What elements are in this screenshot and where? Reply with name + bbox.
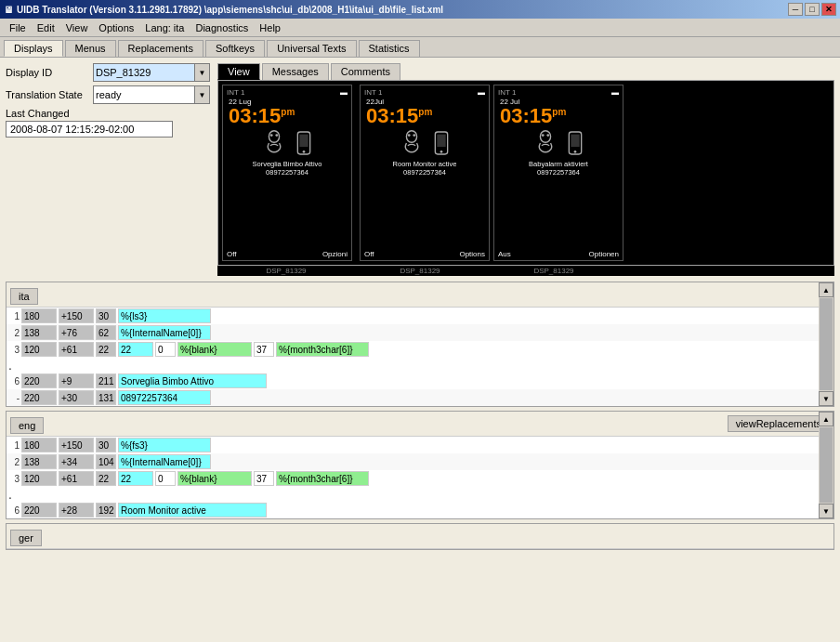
display-id-arrow[interactable]: ▼ [195, 63, 210, 82]
phone-deu-time: 03:15pm [496, 106, 621, 126]
maximize-button[interactable]: □ [805, 3, 820, 16]
phone-ita-text2: 08972257364 [225, 168, 349, 177]
ita-scrollbar[interactable]: ▲ ▼ [819, 282, 833, 406]
menu-edit[interactable]: Edit [32, 20, 60, 35]
ita-row-2: 2 138 +76 62 %{InternalName[0]} [7, 324, 819, 341]
eng-scroll-down[interactable]: ▼ [819, 504, 833, 518]
menu-view[interactable]: View [60, 20, 94, 35]
svg-point-0 [269, 131, 279, 143]
tab-universal-texts[interactable]: Universal Texts [267, 40, 356, 57]
menu-file[interactable]: File [4, 20, 32, 35]
app-icon: 🖥 [4, 5, 13, 15]
phone-ita-status: INT 1 ▬ [225, 87, 349, 98]
main-tab-bar: Displays Menus Replacements Softkeys Uni… [0, 37, 840, 58]
menu-diagnostics[interactable]: Diagnostics [190, 20, 254, 35]
ger-section: ger [6, 523, 834, 550]
eng-scroll-up[interactable]: ▲ [819, 412, 833, 426]
svg-rect-16 [571, 135, 579, 147]
ger-lang-button[interactable]: ger [10, 530, 42, 546]
phone-eng-text1: Room Monitor active [362, 160, 487, 168]
svg-point-11 [440, 151, 443, 153]
translation-state-select[interactable]: ready ▼ [93, 85, 210, 104]
minimize-button[interactable]: ─ [788, 3, 803, 16]
translation-state-arrow[interactable]: ▼ [195, 85, 210, 104]
phone-eng-footer-left: Off [364, 250, 374, 258]
svg-point-1 [270, 134, 273, 137]
phone-eng-status: INT 1 ▬ [362, 87, 487, 98]
phone-handset-icon-eng [432, 130, 451, 156]
phone-eng-time: 03:15pm [362, 106, 487, 126]
eng-row-3: 3 120 +61 22 22 0 %{blank} 37 %{month3ch… [7, 470, 819, 487]
sub-tab-comments[interactable]: Comments [331, 63, 400, 80]
sub-tab-bar: View Messages Comments [217, 63, 834, 80]
ita-row-7: - 220 +30 131 08972257364 [7, 389, 819, 406]
sub-tab-messages[interactable]: Messages [262, 63, 329, 80]
phone-labels-row: DSP_81329 DSP_81329 DSP_81329 [217, 266, 834, 276]
ita-dot-row: . [7, 358, 819, 373]
eng-scrollbar[interactable]: ▲ ▼ [819, 412, 833, 518]
title-text: UIDB Translator (Version 3.11.2981.17892… [17, 5, 443, 15]
ita-row-6: 6 220 +9 211 Sorveglia Bimbo Attivo [7, 373, 819, 389]
ita-section: ita 1 180 +150 30 %{ls3} 2 138 +76 62 %{… [6, 282, 834, 407]
ita-scroll-down[interactable]: ▼ [819, 391, 833, 406]
phone-deu-text2: 08972257364 [496, 168, 621, 177]
phone-ita-label: DSP_81329 [221, 267, 351, 275]
phone-eng-label: DSP_81329 [355, 267, 485, 275]
tab-replacements[interactable]: Replacements [118, 40, 203, 57]
main-content: Display ID DSP_81329 ▼ Translation State… [0, 58, 840, 642]
phone-ita-battery: ▬ [340, 88, 348, 97]
phone-handset-icon-deu [566, 130, 584, 156]
translation-state-value: ready [93, 85, 195, 104]
last-changed-value: 2008-08-07 12:15:29-02:00 [6, 121, 173, 138]
top-section: Display ID DSP_81329 ▼ Translation State… [0, 58, 840, 282]
eng-data-rows: 1 180 +150 30 %{fs3} 2 138 +34 104 %{Int… [7, 437, 833, 518]
tab-displays[interactable]: Displays [4, 40, 63, 57]
phone-deu-footer-left: Aus [498, 250, 511, 258]
eng-row-1: 1 180 +150 30 %{fs3} [7, 437, 819, 453]
menu-help[interactable]: Help [254, 20, 286, 35]
phone-ita-icons [225, 130, 349, 156]
svg-point-12 [540, 131, 550, 143]
phone-ita-footer: Off Opzioni [225, 248, 349, 258]
menu-lang[interactable]: Lang: ita [139, 20, 190, 35]
eng-scroll-thumb [820, 427, 833, 503]
eng-dot-row: . [7, 487, 819, 502]
ita-lang-button[interactable]: ita [10, 288, 38, 305]
title-bar: 🖥 UIDB Translator (Version 3.11.2981.178… [0, 0, 840, 19]
sub-tab-view[interactable]: View [217, 63, 260, 80]
ita-scroll-up[interactable]: ▲ [819, 282, 833, 297]
svg-point-6 [406, 131, 416, 143]
ita-data-rows: 1 180 +150 30 %{ls3} 2 138 +76 62 %{Inte… [7, 308, 833, 406]
phone-deu-text1: Babyalarm aktiviert [496, 160, 621, 168]
eng-lang-button[interactable]: eng [10, 417, 44, 434]
phone-ita-text1: Sorveglia Bimbo Attivo [225, 160, 349, 168]
last-changed-label: Last Changed [6, 108, 210, 119]
tab-statistics[interactable]: Statistics [359, 40, 420, 57]
svg-rect-4 [299, 135, 308, 147]
translation-state-row: Translation State ready ▼ [6, 85, 210, 104]
display-id-select[interactable]: DSP_81329 ▼ [93, 63, 210, 82]
phone-deu-footer: Aus Optionen [496, 248, 621, 258]
view-replacements-button[interactable]: viewReplacements [728, 415, 830, 432]
tab-menus[interactable]: Menus [65, 40, 116, 57]
svg-point-7 [408, 134, 411, 137]
data-section: ita 1 180 +150 30 %{ls3} 2 138 +76 62 %{… [0, 282, 840, 642]
ita-row-1: 1 180 +150 30 %{ls3} [7, 308, 819, 324]
baby-monitor-icon-deu [532, 130, 558, 156]
phone-deu-label: DSP_81329 [489, 267, 619, 275]
eng-row-6: 6 220 +28 192 Room Monitor active [7, 502, 819, 518]
baby-monitor-icon-eng [399, 130, 425, 156]
phone-deu-battery: ▬ [611, 88, 619, 97]
phone-eng-icons [362, 130, 487, 156]
svg-point-8 [413, 134, 415, 137]
phone-eng-footer: Off Options [362, 248, 487, 258]
menu-bar: File Edit View Options Lang: ita Diagnos… [0, 19, 840, 37]
tab-softkeys[interactable]: Softkeys [205, 40, 265, 57]
svg-point-2 [275, 134, 278, 137]
svg-point-17 [574, 151, 577, 153]
svg-rect-10 [437, 135, 445, 147]
menu-options[interactable]: Options [93, 20, 139, 35]
phone-handset-icon [295, 130, 313, 156]
translation-state-label: Translation State [6, 89, 93, 100]
close-button[interactable]: ✕ [821, 3, 836, 16]
